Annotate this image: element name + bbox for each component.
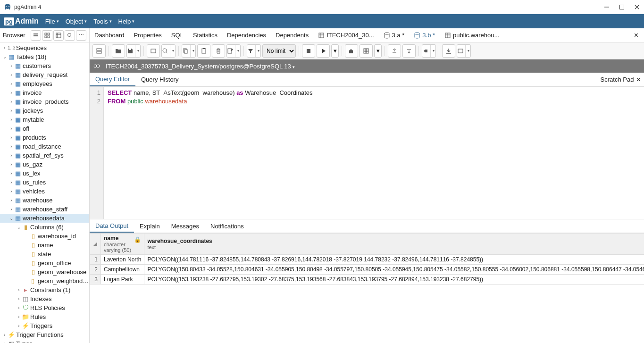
toolbar-delete[interactable] xyxy=(212,44,225,58)
toolbar-save[interactable]: ▾ xyxy=(126,44,141,58)
tab-notifications[interactable]: Notifications xyxy=(205,219,250,233)
tree-column-geom_weighbridge[interactable]: ▯geom_weighbridge xyxy=(0,276,89,285)
browser-btn-3[interactable] xyxy=(53,30,64,41)
toolbar-execute-dd[interactable]: ▾ xyxy=(331,44,339,58)
tab-explain[interactable]: Explain xyxy=(134,219,166,233)
browser-btn-1[interactable] xyxy=(31,30,41,41)
tree-table-mytable[interactable]: ›▦mytable xyxy=(0,115,89,124)
toolbar-copy[interactable]: ▾ xyxy=(182,44,196,58)
sql-code[interactable]: SELECT name, ST_AsText(geom_warehouse) a… xyxy=(104,87,317,219)
toolbar-open[interactable] xyxy=(112,44,125,58)
tree-table-road_distance[interactable]: ›▦road_distance xyxy=(0,142,89,151)
tree-table-delivery_request[interactable]: ›▦delivery_request xyxy=(0,70,89,79)
toolbar-filter[interactable]: ▾ xyxy=(247,44,261,58)
tree-triggers[interactable]: ›⚡Triggers xyxy=(0,321,89,330)
tab-dashboard[interactable]: Dashboard xyxy=(90,28,129,42)
tree-table-spatial_ref_sys[interactable]: ›▦spatial_ref_sys xyxy=(0,151,89,160)
tab-close[interactable]: × xyxy=(628,31,644,40)
tree-column-name[interactable]: ▯name xyxy=(0,241,89,250)
scratch-close[interactable]: × xyxy=(636,76,640,83)
tree-rls[interactable]: ›🛡RLS Policies xyxy=(0,303,89,312)
tree-types[interactable]: ›◧Types xyxy=(0,339,89,343)
tree-sequences[interactable]: ›1..3Sequences xyxy=(0,43,89,52)
result-row[interactable]: 2CampbelltownPOLYGON((150.80433 -34.0552… xyxy=(90,265,644,275)
browser-btn-2[interactable] xyxy=(42,30,52,41)
close-button[interactable] xyxy=(634,4,640,10)
toolbar-stop[interactable] xyxy=(302,44,315,58)
file-tab[interactable]: 3.a * xyxy=(379,28,410,42)
tree-table-invoice[interactable]: ›▦invoice xyxy=(0,88,89,97)
tree-table-invoice_products[interactable]: ›▦invoice_products xyxy=(0,97,89,106)
tree-table-us_lex[interactable]: ›▦us_lex xyxy=(0,169,89,178)
tree-table-vehicles[interactable]: ›▦vehicles xyxy=(0,187,89,196)
tree-table-warehouse_staff[interactable]: ›▦warehouse_staff xyxy=(0,205,89,214)
tree-column-geom_warehouse[interactable]: ▯geom_warehouse xyxy=(0,268,89,276)
svg-rect-12 xyxy=(445,33,450,38)
toolbar-explain-analyze[interactable] xyxy=(360,44,373,58)
tree-table-us_gaz[interactable]: ›▦us_gaz xyxy=(0,160,89,169)
toolbar-explain[interactable] xyxy=(345,44,358,58)
file-tab[interactable]: public.warehou... xyxy=(440,28,504,42)
app-icon xyxy=(4,3,11,11)
menubar: pgAdmin File▾ Object▾ Tools▾ Help▾ xyxy=(0,14,644,28)
tab-statistics[interactable]: Statistics xyxy=(188,28,222,42)
tree-table-employees[interactable]: ›▦employees xyxy=(0,79,89,88)
maximize-button[interactable] xyxy=(619,4,625,10)
tree-columns[interactable]: ⌄▮Columns (6) xyxy=(0,223,89,232)
minimize-button[interactable] xyxy=(603,4,610,10)
tab-data-output[interactable]: Data Output xyxy=(90,219,134,233)
tree-indexes[interactable]: ›◫Indexes xyxy=(0,294,89,303)
toolbar-edit[interactable]: ▾ xyxy=(226,44,241,58)
tree-constraints[interactable]: ›▸Constraints (1) xyxy=(0,285,89,294)
browser-btn-more[interactable]: ⋯ xyxy=(76,30,86,41)
toolbar-commit[interactable] xyxy=(388,44,401,58)
tree-column-geom_office[interactable]: ▯geom_office xyxy=(0,259,89,268)
tree-table-us_rules[interactable]: ›▦us_rules xyxy=(0,178,89,187)
menu-help[interactable]: Help▾ xyxy=(118,18,135,25)
toolbar-paste[interactable] xyxy=(197,44,210,58)
result-row[interactable]: 1Laverton NorthPOLYGON((144.781116 -37.8… xyxy=(90,255,644,265)
tree-column-state[interactable]: ▯state xyxy=(0,250,89,259)
tab-properties[interactable]: Properties xyxy=(129,28,167,42)
menu-tools[interactable]: Tools▾ xyxy=(93,18,111,25)
tab-dependencies[interactable]: Dependencies xyxy=(222,28,271,42)
tab-dependents[interactable]: Dependents xyxy=(271,28,313,42)
toolbar-explain-dd[interactable]: ▾ xyxy=(374,44,382,58)
tree-table-warehousedata[interactable]: ⌄▦warehousedata xyxy=(0,214,89,223)
toolbar-download[interactable] xyxy=(442,44,455,58)
object-tree[interactable]: ›1..3Sequences ⌄▦Tables (18) ›▦customers… xyxy=(0,42,89,343)
col-header-name[interactable]: namecharacter varying (50)🔒 xyxy=(101,234,144,255)
tab-sql[interactable]: SQL xyxy=(167,28,188,42)
tree-trigger-functions[interactable]: ›⚡Trigger Functions xyxy=(0,330,89,339)
col-header-warehosue_coordinates[interactable]: warehosue_coordinatestext🔒 xyxy=(144,234,644,255)
file-tab[interactable]: 3.b * xyxy=(409,28,440,42)
tree-table-warehouse[interactable]: ›▦warehouse xyxy=(0,196,89,205)
tab-messages[interactable]: Messages xyxy=(166,219,205,233)
toolbar-find[interactable] xyxy=(147,44,160,58)
limit-select[interactable]: No limit xyxy=(262,44,296,58)
tree-table-customers[interactable]: ›▦customers xyxy=(0,61,89,70)
tree-rules[interactable]: ›📁Rules xyxy=(0,312,89,321)
browser-btn-search[interactable] xyxy=(65,30,75,41)
toolbar-rollback[interactable] xyxy=(402,44,416,58)
svg-rect-18 xyxy=(184,50,187,53)
tree-table-products[interactable]: ›▦products xyxy=(0,133,89,142)
results-grid[interactable]: namecharacter varying (50)🔒warehosue_coo… xyxy=(90,233,644,343)
sql-editor[interactable]: 12 SELECT name, ST_AsText(geom_warehouse… xyxy=(90,87,644,219)
tree-column-warehouse_id[interactable]: ▯warehouse_id xyxy=(0,232,89,241)
toolbar-macro[interactable]: ▾ xyxy=(457,44,471,58)
tree-tables[interactable]: ⌄▦Tables (18) xyxy=(0,52,89,61)
tab-query-editor[interactable]: Query Editor xyxy=(90,73,135,86)
toolbar-search[interactable]: ▾ xyxy=(161,44,176,58)
tree-table-jockeys[interactable]: ›▦jockeys xyxy=(0,106,89,115)
tab-query-history[interactable]: Query History xyxy=(135,73,184,86)
toolbar-execute[interactable] xyxy=(317,44,330,58)
file-tab[interactable]: ITECH2004_30... xyxy=(313,28,378,42)
menu-file[interactable]: File▾ xyxy=(45,18,59,25)
connection-path[interactable]: ITECH2004_30375703_Delivery_System/postg… xyxy=(106,63,295,70)
toolbar-connection[interactable] xyxy=(92,44,106,58)
menu-object[interactable]: Object▾ xyxy=(66,18,87,25)
tree-table-off[interactable]: ›▦off xyxy=(0,124,89,133)
result-row[interactable]: 3Logan ParkPOLYGON((153.193238 -27.68279… xyxy=(90,275,644,284)
toolbar-clear[interactable]: ▾ xyxy=(422,44,436,58)
